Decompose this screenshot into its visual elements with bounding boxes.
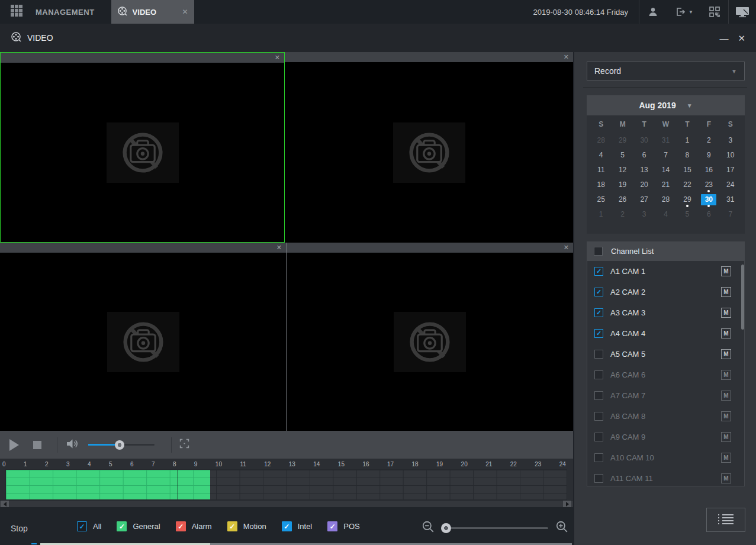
qr-code-icon[interactable]	[701, 6, 728, 18]
channel-list-item[interactable]: ✓ A6 CAM 6 M	[587, 365, 744, 385]
timeline-scrollbar[interactable]	[0, 500, 573, 507]
channel-list-item[interactable]: ✓ A3 CAM 3 M	[587, 302, 744, 323]
minimize-button[interactable]: —	[719, 34, 728, 43]
calendar-day[interactable]: 10	[720, 148, 741, 163]
calendar-day[interactable]: 25	[590, 192, 612, 207]
channel-list-scrollbar-thumb[interactable]	[741, 265, 744, 330]
video-panel-body[interactable]	[285, 62, 573, 243]
speaker-icon[interactable]	[66, 438, 80, 452]
filter-checkbox[interactable]: ✓	[117, 521, 127, 531]
channel-checkbox[interactable]: ✓	[594, 308, 603, 317]
calendar-day[interactable]: 31	[655, 133, 676, 148]
channel-checkbox[interactable]: ✓	[594, 267, 603, 276]
calendar-day[interactable]: 23	[698, 178, 719, 192]
calendar-day[interactable]: 31	[720, 192, 741, 207]
channel-checkbox[interactable]: ✓	[594, 412, 603, 421]
calendar-month-selector[interactable]: Aug 2019 ▼	[587, 95, 745, 115]
record-type-filter[interactable]: ✓ General	[117, 521, 160, 531]
calendar-day[interactable]: 5	[612, 148, 633, 163]
main-stream-button[interactable]: M	[721, 308, 731, 318]
calendar-day[interactable]: 27	[633, 192, 655, 207]
calendar-day[interactable]: 5	[677, 207, 698, 222]
record-type-filter[interactable]: ✓ Intel	[282, 521, 313, 531]
filter-checkbox[interactable]: ✓	[176, 521, 186, 531]
calendar-day[interactable]: 22	[677, 178, 698, 192]
calendar-day[interactable]: 30	[633, 133, 655, 148]
record-list-view-button[interactable]	[706, 508, 745, 532]
filter-checkbox[interactable]: ✓	[227, 521, 237, 531]
calendar-day[interactable]: 7	[720, 207, 741, 222]
calendar-day[interactable]: 1	[677, 133, 698, 148]
timeline-grid[interactable]	[5, 469, 567, 500]
filter-checkbox[interactable]: ✓	[282, 521, 292, 531]
video-panel-4[interactable]: ✕	[287, 243, 573, 431]
video-panel-2[interactable]: ✕	[285, 52, 573, 243]
calendar-day[interactable]: 1	[590, 207, 612, 222]
calendar-day[interactable]: 17	[720, 163, 741, 178]
play-button[interactable]	[9, 439, 19, 451]
calendar-day[interactable]: 30	[698, 192, 719, 207]
panel-close-icon[interactable]: ✕	[276, 244, 282, 251]
calendar-day[interactable]: 26	[612, 192, 633, 207]
record-type-dropdown[interactable]: Record ▼	[587, 62, 745, 80]
main-stream-button[interactable]: M	[721, 391, 731, 401]
calendar-day[interactable]: 7	[655, 148, 676, 163]
video-panel-1-selected[interactable]: ✕	[0, 52, 285, 243]
calendar-day[interactable]: 28	[655, 192, 676, 207]
channel-checkbox[interactable]: ✓	[594, 433, 603, 441]
record-type-filter[interactable]: ✓ POS	[327, 521, 359, 531]
record-type-filter[interactable]: ✓ Motion	[227, 521, 266, 531]
calendar-day[interactable]: 4	[655, 207, 676, 222]
tab-video[interactable]: VIDEO ✕	[111, 0, 194, 24]
channel-checkbox[interactable]: ✓	[594, 370, 603, 379]
channel-checkbox[interactable]: ✓	[594, 453, 603, 462]
video-panel-body[interactable]	[1, 63, 284, 242]
calendar-day[interactable]: 3	[720, 133, 741, 148]
calendar-day[interactable]: 29	[612, 133, 633, 148]
main-stream-button[interactable]: M	[721, 287, 731, 297]
stop-button[interactable]	[33, 441, 41, 449]
channel-list-item[interactable]: ✓ A1 CAM 1 M	[587, 261, 744, 282]
fullscreen-icon[interactable]	[179, 438, 190, 452]
calendar-day[interactable]: 2	[698, 133, 719, 148]
calendar-day[interactable]: 11	[590, 163, 612, 178]
channel-checkbox[interactable]: ✓	[594, 329, 603, 338]
panel-close-icon[interactable]: ✕	[564, 244, 569, 251]
calendar-day[interactable]: 29	[677, 192, 698, 207]
calendar-day[interactable]: 14	[655, 163, 676, 178]
video-panel-body[interactable]	[287, 253, 573, 431]
calendar-day[interactable]: 20	[633, 178, 655, 192]
channel-list-item[interactable]: ✓ A5 CAM 5 M	[587, 344, 744, 365]
calendar-day[interactable]: 9	[698, 148, 719, 163]
timeline-zoom-slider[interactable]	[442, 527, 548, 529]
close-button[interactable]: ✕	[738, 34, 745, 43]
timeline-cursor[interactable]	[178, 470, 178, 499]
tab-close-icon[interactable]: ✕	[182, 8, 188, 16]
calendar-day[interactable]: 21	[655, 178, 676, 192]
channel-list-item[interactable]: ✓ A7 CAM 7 M	[587, 385, 744, 406]
record-type-filter[interactable]: ✓ Alarm	[176, 521, 212, 531]
volume-slider[interactable]	[88, 444, 155, 446]
apps-grid-button[interactable]	[0, 0, 33, 24]
main-stream-button[interactable]: M	[721, 328, 731, 338]
calendar-day[interactable]: 12	[612, 163, 633, 178]
calendar-day[interactable]: 6	[633, 148, 655, 163]
calendar-day[interactable]: 15	[677, 163, 698, 178]
main-stream-button[interactable]: M	[721, 432, 731, 442]
calendar-day[interactable]: 16	[698, 163, 719, 178]
monitor-icon[interactable]	[729, 7, 756, 18]
calendar-day[interactable]: 28	[590, 133, 612, 148]
user-icon[interactable]	[639, 6, 667, 18]
channel-list-item[interactable]: ✓ A4 CAM 4 M	[587, 323, 744, 344]
channel-checkbox[interactable]: ✓	[594, 288, 603, 296]
filter-checkbox[interactable]: ✓	[327, 521, 337, 531]
channel-list-item[interactable]: ✓ A2 CAM 2 M	[587, 282, 744, 302]
main-stream-button[interactable]: M	[721, 266, 731, 276]
calendar-day[interactable]: 19	[612, 178, 633, 192]
channel-list-item[interactable]: ✓ A8 CAM 8 M	[587, 406, 744, 427]
main-stream-button[interactable]: M	[721, 349, 731, 359]
calendar-day[interactable]: 3	[633, 207, 655, 222]
calendar-day[interactable]: 24	[720, 178, 741, 192]
volume-handle[interactable]	[115, 440, 124, 450]
calendar-day[interactable]: 18	[590, 178, 612, 192]
